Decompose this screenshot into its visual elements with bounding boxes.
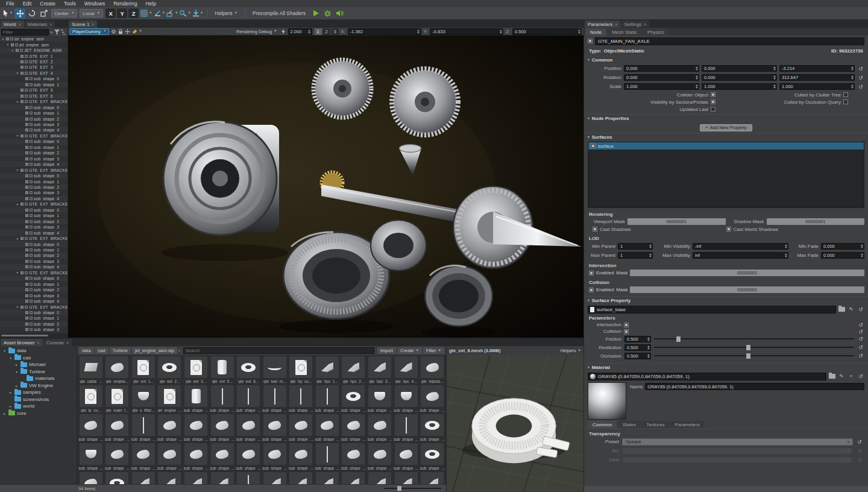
asset-item[interactable]: gte_hpc_4... bbox=[394, 356, 419, 385]
menu-windows[interactable]: Windows bbox=[80, 0, 109, 7]
node-visibility-checkbox[interactable] bbox=[20, 169, 24, 172]
material-tab-textures[interactable]: Textures bbox=[641, 421, 669, 428]
subtab-mesh-static[interactable]: Mesh Static bbox=[607, 28, 642, 36]
spinner-arrows[interactable] bbox=[850, 75, 854, 80]
node-visibility-checkbox[interactable] bbox=[25, 300, 28, 303]
asset-item[interactable]: sub_shape_... bbox=[262, 443, 288, 472]
spinner-up-icon[interactable] bbox=[861, 244, 863, 246]
spinner-arrows[interactable] bbox=[648, 253, 652, 257]
add-icon[interactable]: + bbox=[848, 373, 855, 379]
node-visibility-checkbox[interactable] bbox=[20, 100, 24, 103]
browse-folder-icon[interactable] bbox=[838, 307, 845, 312]
spinner-arrows[interactable] bbox=[648, 244, 652, 248]
material-field[interactable]: GRAY85 (0.847059,0.847059,0.847059, 1) bbox=[588, 373, 826, 380]
move-tool-button[interactable] bbox=[14, 8, 25, 19]
expand-arrow-icon[interactable]: ▸ bbox=[14, 362, 19, 367]
tab-world[interactable]: World× bbox=[1, 20, 24, 28]
spinner-arrows[interactable] bbox=[784, 244, 788, 248]
tree-item-sub-shape-0[interactable]: sub_shape_0 bbox=[0, 310, 68, 315]
collision-param-checkbox[interactable] bbox=[624, 329, 629, 334]
asset-item[interactable]: sub_shape_... bbox=[78, 443, 104, 472]
tree-item-sub-shape-0[interactable]: sub_shape_0 bbox=[0, 241, 68, 247]
create-dropdown[interactable]: Create▼ bbox=[397, 347, 422, 354]
menu-rendering[interactable]: Rendering bbox=[109, 0, 141, 7]
filter-input[interactable] bbox=[1, 29, 49, 36]
tree-item-sub-shape-0[interactable]: sub_shape_0 bbox=[0, 276, 68, 281]
tree-item-jet-engine-asm[interactable]: ▾jet_engine_asm bbox=[0, 36, 68, 42]
node-visibility-checkbox[interactable] bbox=[25, 323, 28, 326]
spinner-arrows[interactable] bbox=[646, 354, 650, 358]
asset-item[interactable]: sub_shape_... bbox=[367, 443, 392, 472]
expand-arrow-icon[interactable]: ▸ bbox=[2, 411, 7, 415]
tree-item-sub-shape-4[interactable]: sub_shape_4 bbox=[0, 264, 68, 270]
close-icon[interactable]: × bbox=[66, 341, 69, 345]
surface-item-surface[interactable]: surface bbox=[588, 142, 864, 150]
viewport-mask-button[interactable]: 00000001 bbox=[627, 218, 726, 225]
asset-item[interactable]: gte_ext_1... bbox=[131, 356, 156, 385]
asset-item[interactable]: sub_shape_... bbox=[183, 414, 209, 443]
node-visibility-checkbox[interactable] bbox=[25, 248, 28, 251]
node-visibility-checkbox[interactable] bbox=[25, 191, 28, 194]
tree-item-sub-shape-4[interactable]: sub_shape_4 bbox=[0, 196, 68, 201]
reset-icon[interactable]: ↺ bbox=[857, 336, 864, 342]
camera-y-field[interactable]: -0.833 bbox=[430, 28, 503, 35]
tree-item-sub-shape-1[interactable]: sub_shape_1 bbox=[0, 281, 68, 286]
node-visibility-checkbox[interactable] bbox=[6, 37, 9, 40]
rotation-y-field[interactable]: 0.000 bbox=[702, 74, 777, 81]
expand-arrow-icon[interactable]: ▾ bbox=[16, 203, 19, 206]
spinner-arrows[interactable] bbox=[694, 66, 699, 71]
node-visibility-checkbox[interactable] bbox=[20, 66, 24, 69]
spinner-up-icon[interactable] bbox=[649, 244, 652, 246]
close-icon[interactable]: × bbox=[92, 22, 94, 27]
slider-handle[interactable] bbox=[676, 336, 681, 342]
search-input[interactable] bbox=[184, 348, 374, 353]
asset-item[interactable]: sub_shape_... bbox=[289, 443, 314, 472]
tab-parameters[interactable]: Parameters× bbox=[585, 20, 620, 28]
node-visibility-checkbox[interactable] bbox=[20, 72, 24, 75]
tree-item-sub-shape-2[interactable]: sub_shape_2 bbox=[0, 184, 68, 190]
expand-arrow-icon[interactable]: ▾ bbox=[16, 100, 19, 104]
menu-help[interactable]: Help bbox=[141, 0, 160, 7]
expand-arrow-icon[interactable]: ▾ bbox=[16, 134, 19, 137]
asset-item[interactable]: gte_s_filter... bbox=[131, 385, 156, 414]
spinner-arrows[interactable] bbox=[860, 244, 864, 248]
tab-asset-browser[interactable]: Asset Browser× bbox=[1, 339, 43, 346]
spinner-arrows[interactable] bbox=[646, 337, 650, 341]
position-x-field[interactable]: 0.000 bbox=[624, 65, 699, 72]
tree-item-gte-ext-6[interactable]: GTE_EXT_6 bbox=[0, 93, 68, 99]
close-icon[interactable]: × bbox=[19, 22, 21, 27]
close-icon[interactable]: × bbox=[615, 22, 617, 27]
spinner-up-icon[interactable] bbox=[696, 84, 698, 86]
surface-property-header[interactable]: ▾ Surface Property bbox=[584, 296, 868, 304]
occlusion-value-field[interactable]: 0.500 bbox=[624, 353, 651, 359]
tree-item-sub-shape-1[interactable]: sub_shape_1 bbox=[0, 82, 68, 87]
spinner-arrows[interactable] bbox=[646, 345, 650, 350]
scale-tool-button[interactable] bbox=[39, 8, 49, 19]
asset-item[interactable]: jet_engine_... bbox=[157, 385, 183, 414]
reset-icon[interactable]: ↺ bbox=[857, 373, 864, 379]
node-visibility-checkbox[interactable] bbox=[25, 311, 28, 314]
expand-arrow-icon[interactable]: ▾ bbox=[16, 305, 19, 309]
close-icon[interactable]: × bbox=[37, 341, 40, 345]
breadcrumb-data[interactable]: data bbox=[79, 347, 94, 354]
camera-z-field[interactable]: 0.500 bbox=[512, 28, 582, 35]
camera-selector-dropdown[interactable]: PlayerDummy ▼ bbox=[70, 28, 109, 35]
min-visibility-field[interactable]: -inf bbox=[693, 243, 788, 250]
chevron-down-icon[interactable]: ▼ bbox=[139, 30, 142, 33]
node-visibility-checkbox[interactable] bbox=[25, 288, 28, 291]
drop-to-ground-button[interactable]: ▼ bbox=[192, 8, 203, 19]
filter-funnel-icon[interactable] bbox=[54, 30, 60, 35]
spinner-down-icon[interactable] bbox=[649, 247, 652, 248]
spinner-down-icon[interactable] bbox=[696, 78, 698, 80]
asset-item[interactable]: gte_cable_... bbox=[78, 356, 104, 385]
folder-item-vw-engine[interactable]: ▸VW Engine bbox=[0, 382, 77, 390]
spinner-up-icon[interactable] bbox=[773, 75, 776, 77]
node-visibility-checkbox[interactable] bbox=[25, 151, 28, 154]
node-visibility-checkbox[interactable] bbox=[25, 186, 28, 189]
tree-item-sub-shape-4[interactable]: sub_shape_4 bbox=[0, 298, 68, 304]
axis-constraint-z[interactable]: Z bbox=[128, 8, 139, 18]
node-visibility-checkbox[interactable] bbox=[25, 277, 28, 280]
pivot-snap-button[interactable]: ▼ bbox=[179, 8, 190, 19]
tree-item-sub-shape-4[interactable]: sub_shape_4 bbox=[0, 162, 68, 167]
lock-icon[interactable] bbox=[118, 29, 123, 34]
